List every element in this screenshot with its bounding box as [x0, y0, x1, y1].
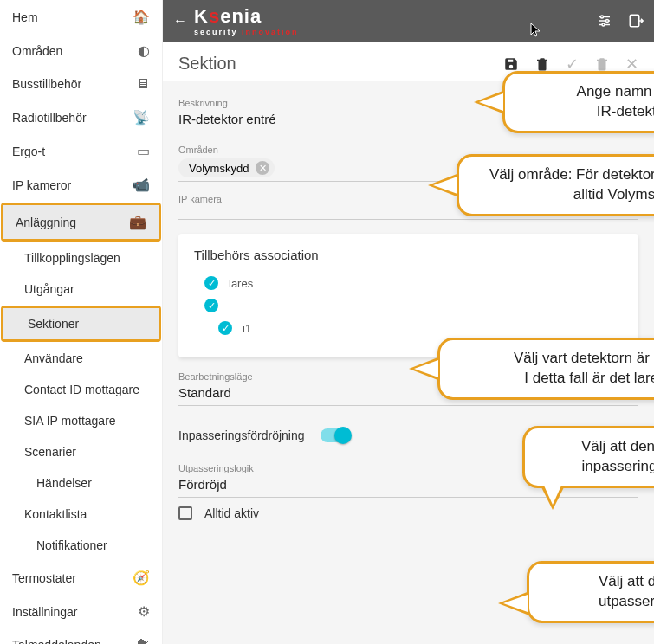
sidebar-item-handelser[interactable]: Händelser — [0, 467, 162, 499]
callout-utpass: Välj att den ska vara utpasseringsfördrö… — [527, 561, 654, 623]
svg-rect-6 — [630, 15, 639, 27]
alltid-aktiv-label: Alltid aktiv — [204, 506, 259, 520]
sidebar-item-ipkameror[interactable]: IP kameror📹 — [0, 168, 162, 202]
sidebar-item-tillkopplingslagen[interactable]: Tillkopplingslägen — [0, 242, 162, 274]
delete-disabled-icon[interactable] — [594, 56, 610, 72]
callout-inpass: Välj att den ska vara inpasseringsfördrö… — [522, 426, 654, 488]
checkbox-icon[interactable] — [178, 506, 192, 520]
voice-icon: 🗣 — [136, 637, 150, 644]
callout-association: Välj vart detektorn är inkopplad: I dett… — [437, 338, 654, 400]
exit-icon[interactable] — [628, 13, 644, 29]
antenna-icon: 📡 — [133, 109, 150, 126]
monitor-icon: 🖥 — [136, 76, 150, 92]
svg-point-5 — [602, 23, 605, 26]
sidebar-item-omraden[interactable]: Områden◐ — [0, 34, 162, 68]
inpassering-label: Inpasseringsfördröjning — [178, 428, 305, 442]
sidebar-item-hem[interactable]: Hem🏠 — [0, 0, 162, 34]
camera-icon: 📹 — [133, 177, 150, 193]
topbar: ← Kseniasecurity innovation — [163, 0, 654, 42]
sidebar-item-anvandare[interactable]: Användare — [0, 343, 162, 374]
sidebar-highlight-sektioner: Sektioner — [1, 306, 161, 342]
chip-volymskydd: Volymskydd ✕ — [178, 158, 275, 177]
sidebar-item-talmeddelanden[interactable]: Talmeddelanden🗣 — [0, 628, 162, 644]
inpassering-toggle[interactable] — [321, 428, 350, 442]
chip-remove-icon[interactable]: ✕ — [256, 161, 269, 175]
callout-name: Ange namn på sektion: IR-detektor entré — [502, 71, 654, 133]
sidebar-item-siaip[interactable]: SIA IP mottagare — [0, 405, 162, 436]
main-panel: ← Kseniasecurity innovation Sektion ✓ ✕ — [163, 0, 654, 644]
tree-node-mid[interactable]: ✓ — [204, 299, 623, 312]
delete-icon[interactable] — [534, 56, 550, 72]
logo: Kseniasecurity innovation — [194, 5, 299, 36]
tablet-icon: ▭ — [137, 143, 150, 159]
sidebar-item-installningar[interactable]: Inställningar⚙ — [0, 595, 162, 628]
check-circle-icon: ✓ — [204, 299, 218, 312]
alltid-aktiv-row[interactable]: Alltid aktiv — [178, 506, 638, 525]
svg-point-3 — [601, 16, 604, 18]
tree-node-i1[interactable]: ✓ i1 — [218, 321, 623, 335]
sidebar-item-busstillbehor[interactable]: Busstillbehör🖥 — [0, 68, 162, 100]
tree-node-lares[interactable]: ✓ lares — [204, 276, 623, 290]
sidebar-item-sektioner[interactable]: Sektioner — [3, 308, 159, 339]
gauge-icon: 🧭 — [133, 570, 150, 586]
callout-area: Välj område: För detektorer inomhus är d… — [457, 154, 654, 216]
home-icon: 🏠 — [133, 9, 150, 25]
svg-point-4 — [606, 20, 609, 23]
sliders-icon[interactable] — [597, 13, 612, 29]
back-button[interactable]: ← — [173, 13, 187, 29]
gear-icon: ⚙ — [138, 603, 150, 620]
sidebar-item-kontaktlista[interactable]: Kontaktlista — [0, 499, 162, 530]
sidebar-item-termostater[interactable]: Termostater🧭 — [0, 561, 162, 595]
check-circle-icon: ✓ — [218, 321, 232, 335]
sidebar-highlight-anlaggning: Anläggning💼 — [1, 203, 161, 242]
page-title: Sektion — [178, 54, 488, 74]
check-circle-icon: ✓ — [204, 276, 218, 290]
sidebar-item-ergo-t[interactable]: Ergo-t▭ — [0, 134, 162, 168]
sidebar: Hem🏠 Områden◐ Busstillbehör🖥 Radiotillbe… — [0, 0, 163, 644]
sidebar-item-utgangar[interactable]: Utgångar — [0, 274, 162, 305]
save-icon[interactable] — [503, 56, 519, 72]
association-title: Tillbehörs association — [194, 248, 623, 262]
sidebar-item-anlaggning[interactable]: Anläggning💼 — [3, 205, 159, 239]
sidebar-item-scenarier[interactable]: Scenarier — [0, 436, 162, 467]
pie-icon: ◐ — [138, 42, 150, 59]
briefcase-icon: 💼 — [129, 214, 146, 230]
sidebar-item-radiotillbehor[interactable]: Radiotillbehör📡 — [0, 100, 162, 134]
sidebar-item-notifikationer[interactable]: Notifikationer — [0, 530, 162, 561]
sidebar-item-contactid[interactable]: Contact ID mottagare — [0, 374, 162, 405]
